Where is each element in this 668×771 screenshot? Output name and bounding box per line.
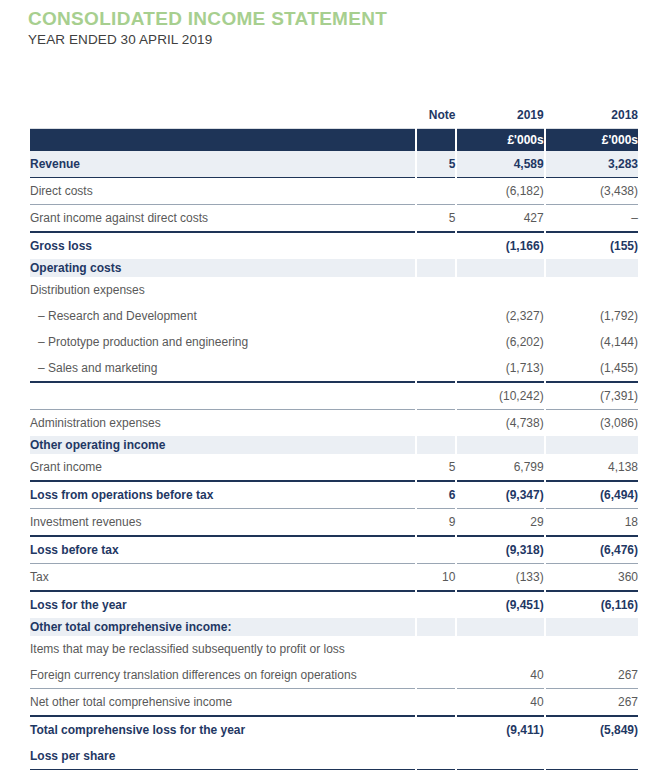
table-row-foreign-currency: Foreign currency translation differences… xyxy=(30,662,638,689)
income-statement-table: Note 2019 2018 £'000s £'000s Revenue 5 4… xyxy=(28,103,640,771)
units-blank xyxy=(30,129,415,151)
row-label: Loss per share xyxy=(30,743,415,770)
table-row-tax: Tax 10 (133) 360 xyxy=(30,564,638,592)
row-note xyxy=(417,689,455,717)
row-value-2019: (9,411) xyxy=(457,717,543,743)
row-value-2019: (9,347) xyxy=(457,482,543,509)
row-label: Grant income against direct costs xyxy=(30,205,415,233)
row-value-2019: 6,799 xyxy=(457,454,543,482)
row-value-2019: (133) xyxy=(457,564,543,592)
units-blank xyxy=(417,129,455,151)
column-header-2019: 2019 xyxy=(457,103,543,129)
units-bar-row: £'000s £'000s xyxy=(30,129,638,151)
row-note: 5 xyxy=(417,205,455,233)
row-note xyxy=(417,277,455,303)
table-row-distribution-subtotal: (10,242) (7,391) xyxy=(30,383,638,410)
row-value-2019: (2,327) xyxy=(457,303,543,329)
row-value-2018: – xyxy=(546,205,638,233)
table-row-administration-expenses: Administration expenses (4,738) (3,086) xyxy=(30,410,638,436)
row-value-2019 xyxy=(457,277,543,303)
table-row-loss-per-share: Loss per share xyxy=(30,743,638,770)
row-note xyxy=(417,329,455,355)
table-row-revenue: Revenue 5 4,589 3,283 xyxy=(30,151,638,178)
column-header-note: Note xyxy=(417,103,455,129)
row-value-2018: 267 xyxy=(546,689,638,717)
row-value-2018: (4,144) xyxy=(546,329,638,355)
row-value-2018: (6,494) xyxy=(546,482,638,509)
page-subtitle: YEAR ENDED 30 APRIL 2019 xyxy=(28,32,640,47)
row-value-2018: (3,086) xyxy=(546,410,638,436)
table-row-gross-loss: Gross loss (1,166) (155) xyxy=(30,233,638,259)
row-value-2019: (1,713) xyxy=(457,355,543,383)
row-value-2019: 40 xyxy=(457,689,543,717)
row-label: Items that may be reclassified subsequen… xyxy=(30,636,415,662)
row-value-2018: 18 xyxy=(546,509,638,537)
row-value-2019: (1,166) xyxy=(457,233,543,259)
row-note xyxy=(417,383,455,410)
table-row-grant-income-direct: Grant income against direct costs 5 427 … xyxy=(30,205,638,233)
row-label: Administration expenses xyxy=(30,410,415,436)
row-label: Loss for the year xyxy=(30,592,415,618)
table-row-total-comprehensive-loss: Total comprehensive loss for the year (9… xyxy=(30,717,638,743)
row-label xyxy=(30,383,415,410)
row-value-2019: 427 xyxy=(457,205,543,233)
table-row-prototype-production: – Prototype production and engineering (… xyxy=(30,329,638,355)
row-value-2018: (1,455) xyxy=(546,355,638,383)
row-value-2018: 4,138 xyxy=(546,454,638,482)
row-label: – Research and Development xyxy=(30,303,415,329)
section-row-operating-costs: Operating costs xyxy=(30,259,638,277)
row-value-2018: (155) xyxy=(546,233,638,259)
row-label: – Sales and marketing xyxy=(30,355,415,383)
table-row-loss-for-the-year: Loss for the year (9,451) (6,116) xyxy=(30,592,638,618)
row-value-2019: (10,242) xyxy=(457,383,543,410)
units-2019: £'000s xyxy=(457,129,543,151)
table-row-loss-from-operations: Loss from operations before tax 6 (9,347… xyxy=(30,482,638,509)
row-note xyxy=(417,592,455,618)
section-row-other-comprehensive-income: Other total comprehensive income: xyxy=(30,618,638,636)
row-value-2019: (6,182) xyxy=(457,178,543,205)
row-label: Investment revenues xyxy=(30,509,415,537)
row-value-2019: (6,202) xyxy=(457,329,543,355)
row-value-2018: 360 xyxy=(546,564,638,592)
row-value-2018: (5,849) xyxy=(546,717,638,743)
row-note xyxy=(417,636,455,662)
row-label: Tax xyxy=(30,564,415,592)
report-page: CONSOLIDATED INCOME STATEMENT YEAR ENDED… xyxy=(0,0,668,771)
row-value-2018 xyxy=(546,277,638,303)
row-value-2019: (9,451) xyxy=(457,592,543,618)
row-note xyxy=(417,178,455,205)
row-value-2019 xyxy=(457,743,543,770)
row-label: – Prototype production and engineering xyxy=(30,329,415,355)
column-header-2018: 2018 xyxy=(546,103,638,129)
row-note xyxy=(417,662,455,689)
row-value-2019 xyxy=(457,636,543,662)
row-note xyxy=(417,717,455,743)
row-label: Foreign currency translation differences… xyxy=(30,662,415,689)
row-value-2018 xyxy=(546,743,638,770)
table-row-items-reclassified: Items that may be reclassified subsequen… xyxy=(30,636,638,662)
column-header-row: Note 2019 2018 xyxy=(30,103,638,129)
row-note: 9 xyxy=(417,509,455,537)
row-value-2018 xyxy=(546,636,638,662)
row-label: Grant income xyxy=(30,454,415,482)
row-note: 10 xyxy=(417,564,455,592)
row-value-2018: (1,792) xyxy=(546,303,638,329)
table-row-net-other-comprehensive: Net other total comprehensive income 40 … xyxy=(30,689,638,717)
row-value-2019: 40 xyxy=(457,662,543,689)
row-label: Loss before tax xyxy=(30,537,415,564)
row-label: Operating costs xyxy=(30,259,415,277)
row-note: 6 xyxy=(417,482,455,509)
row-note: 5 xyxy=(417,454,455,482)
column-header-blank xyxy=(30,103,415,129)
row-value-2019: 29 xyxy=(457,509,543,537)
row-value-2018: (6,116) xyxy=(546,592,638,618)
row-value-2018: (6,476) xyxy=(546,537,638,564)
row-label: Gross loss xyxy=(30,233,415,259)
row-note xyxy=(417,410,455,436)
row-value-2018: 3,283 xyxy=(546,151,638,178)
page-title: CONSOLIDATED INCOME STATEMENT xyxy=(28,8,640,30)
row-label: Loss from operations before tax xyxy=(30,482,415,509)
row-note xyxy=(417,537,455,564)
table-row-sales-marketing: – Sales and marketing (1,713) (1,455) xyxy=(30,355,638,383)
row-label: Other total comprehensive income: xyxy=(30,618,415,636)
